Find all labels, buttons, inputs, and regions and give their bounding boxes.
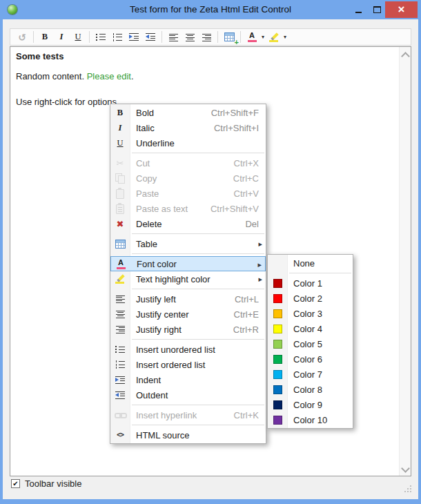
menu-item-label: Italic	[136, 123, 214, 133]
outdent-icon	[115, 391, 125, 399]
menu-item-html-source[interactable]: HTML source	[110, 427, 266, 443]
underline-icon	[115, 137, 126, 148]
justify-right-button[interactable]	[198, 30, 215, 44]
bold-button[interactable]	[37, 30, 53, 44]
ordered-list-icon	[112, 33, 122, 41]
menu-item-outdent[interactable]: Outdent	[110, 387, 266, 403]
maximize-button[interactable]	[369, 0, 385, 19]
menu-item-label: Underline	[136, 138, 259, 148]
submenu-item-color-3[interactable]: Color 3	[268, 306, 353, 321]
delete-icon	[115, 218, 126, 229]
menu-item-justify-center[interactable]: Justify centerCtrl+E	[110, 307, 266, 322]
menu-item-shortcut: Del	[245, 219, 259, 229]
menu-item-paste-as-text: Paste as textCtrl+Shift+V	[110, 201, 266, 216]
html-source-icon	[115, 429, 126, 440]
menu-item-justify-right[interactable]: Justify rightCtrl+R	[110, 322, 266, 337]
submenu-item-color-5[interactable]: Color 5	[268, 336, 353, 351]
scroll-up-icon[interactable]	[401, 52, 410, 61]
close-button[interactable]	[385, 1, 418, 18]
menu-item-label: HTML source	[136, 430, 259, 440]
color-swatch	[273, 400, 282, 409]
submenu-item-color-1[interactable]: Color 1	[268, 275, 353, 291]
menu-item-label: Paste as text	[136, 204, 210, 214]
resize-grip[interactable]	[404, 485, 411, 492]
menu-item-label: Text highlight color	[136, 274, 266, 284]
submenu-item-color-9[interactable]: Color 9	[268, 397, 353, 412]
window-border-left	[0, 19, 3, 499]
paragraph-text: Random content.	[16, 71, 87, 81]
menu-item-table[interactable]: Table	[110, 236, 266, 251]
menu-item-label: Bold	[136, 108, 211, 118]
insert-table-button[interactable]: +	[221, 30, 237, 44]
menu-separator	[132, 233, 264, 234]
toolbar-visible-option[interactable]: Toolbar visible	[11, 478, 81, 489]
toolbar-separator	[217, 31, 218, 43]
editor-heading: Some tests	[16, 51, 63, 61]
menu-item-text-highlight-color[interactable]: Text highlight color	[110, 271, 266, 287]
undo-icon	[17, 32, 28, 43]
justify-right-icon	[202, 33, 211, 41]
menu-item-paste: PasteCtrl+V	[110, 186, 266, 201]
menu-item-insert-unordered-list[interactable]: Insert unordered list	[110, 342, 266, 357]
menu-item-label: Insert ordered list	[136, 360, 259, 370]
submenu-item-color-6[interactable]: Color 6	[268, 351, 353, 367]
menu-item-label: Insert unordered list	[136, 345, 259, 355]
menu-item-shortcut: Ctrl+R	[233, 324, 259, 335]
menu-item-underline[interactable]: Underline	[110, 135, 266, 151]
color-swatch	[273, 355, 282, 364]
indent-button[interactable]	[126, 30, 142, 44]
submenu-item-color-2[interactable]: Color 2	[268, 291, 353, 306]
submenu-item-label: Color 4	[293, 324, 353, 334]
justify-left-icon	[169, 33, 178, 41]
context-menu: BoldCtrl+Shift+F ItalicCtrl+Shift+I Unde…	[110, 104, 266, 444]
toolbar-separator	[161, 31, 162, 43]
toolbar-separator	[89, 31, 90, 43]
menu-item-label: Delete	[136, 219, 245, 229]
hyperlink-icon	[115, 409, 126, 420]
minimize-button[interactable]	[349, 0, 367, 19]
outdent-button[interactable]	[142, 30, 159, 44]
menu-item-insert-hyperlink: Insert hyperlinkCtrl+K	[110, 407, 266, 423]
justify-left-button[interactable]	[165, 30, 182, 44]
bold-icon	[39, 32, 50, 43]
font-color-dropdown-caret-icon[interactable]	[260, 30, 266, 44]
ordered-list-button[interactable]	[109, 30, 126, 44]
menu-item-justify-left[interactable]: Justify leftCtrl+L	[110, 291, 266, 307]
menu-item-insert-ordered-list[interactable]: Insert ordered list	[110, 357, 266, 372]
submenu-item-color-7[interactable]: Color 7	[268, 367, 353, 382]
submenu-item-color-4[interactable]: Color 4	[268, 321, 353, 336]
unordered-list-icon	[115, 345, 125, 353]
menu-separator	[132, 153, 264, 153]
menu-item-shortcut: Ctrl+X	[234, 158, 259, 168]
menu-item-bold[interactable]: BoldCtrl+Shift+F	[110, 105, 266, 120]
menu-item-label: Table	[136, 239, 266, 249]
font-color-icon	[246, 32, 257, 43]
color-swatch	[273, 324, 282, 333]
unordered-list-icon	[96, 33, 106, 41]
window-border-bottom	[0, 499, 421, 504]
submenu-item-color-8[interactable]: Color 8	[268, 382, 353, 397]
underline-button[interactable]	[70, 30, 86, 44]
highlight-color-dropdown-caret-icon[interactable]	[282, 30, 288, 44]
scroll-down-icon[interactable]	[401, 464, 410, 473]
please-edit-link[interactable]: Please edit	[87, 71, 131, 81]
menu-item-indent[interactable]: Indent	[110, 372, 266, 387]
color-swatch	[273, 416, 282, 425]
highlight-color-button[interactable]	[266, 30, 282, 44]
submenu-item-label: Color 10	[293, 415, 353, 425]
menu-item-delete[interactable]: DeleteDel	[110, 216, 266, 231]
menu-item-italic[interactable]: ItalicCtrl+Shift+I	[110, 120, 266, 135]
menu-item-label: Outdent	[136, 390, 259, 400]
submenu-item-none[interactable]: None	[268, 255, 353, 271]
italic-button[interactable]	[53, 30, 70, 44]
font-color-button[interactable]	[244, 30, 260, 44]
submenu-item-color-10[interactable]: Color 10	[268, 412, 353, 427]
menu-item-font-color[interactable]: Font color	[110, 256, 266, 271]
vertical-scrollbar[interactable]	[399, 47, 411, 476]
unordered-list-button[interactable]	[92, 30, 109, 44]
menu-item-shortcut: Ctrl+E	[234, 309, 259, 320]
justify-center-button[interactable]	[182, 30, 198, 44]
toolbar-visible-checkbox[interactable]	[11, 479, 20, 488]
menu-item-label: Indent	[136, 375, 259, 385]
undo-button[interactable]	[14, 30, 30, 44]
